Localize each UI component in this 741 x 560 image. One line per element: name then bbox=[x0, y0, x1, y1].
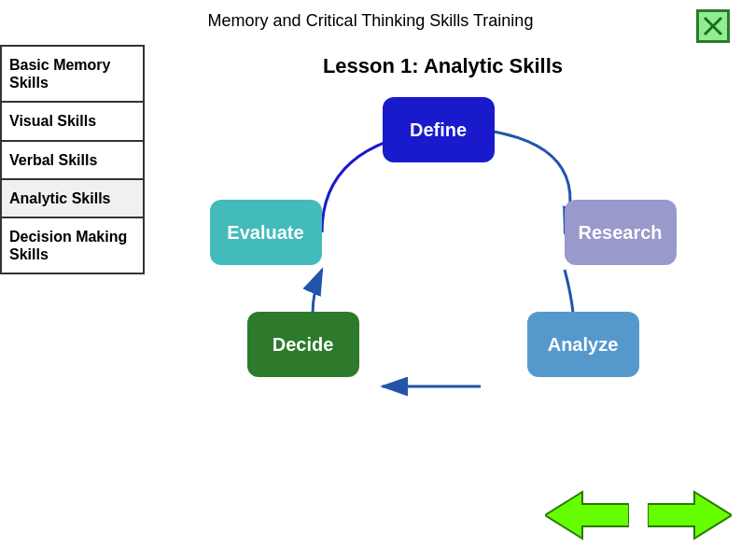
sidebar-item-decision-making[interactable]: Decision Making Skills bbox=[2, 218, 143, 273]
svg-marker-5 bbox=[648, 492, 732, 539]
nav-arrows bbox=[545, 487, 732, 543]
sidebar: Basic Memory SkillsVisual SkillsVerbal S… bbox=[0, 45, 145, 274]
close-button[interactable] bbox=[696, 9, 730, 43]
forward-button[interactable] bbox=[648, 487, 732, 543]
node-define: Define bbox=[383, 97, 495, 162]
back-button[interactable] bbox=[545, 487, 629, 543]
sidebar-item-verbal[interactable]: Verbal Skills bbox=[2, 142, 143, 180]
node-decide: Decide bbox=[247, 312, 359, 377]
main-content: Lesson 1: Analytic Skills bbox=[145, 45, 741, 560]
sidebar-item-analytic[interactable]: Analytic Skills bbox=[2, 180, 143, 218]
node-evaluate: Evaluate bbox=[210, 200, 322, 265]
node-research: Research bbox=[565, 200, 677, 265]
sidebar-item-basic-memory[interactable]: Basic Memory Skills bbox=[2, 47, 143, 103]
node-analyze: Analyze bbox=[527, 312, 639, 377]
lesson-title: Lesson 1: Analytic Skills bbox=[323, 54, 563, 78]
close-icon bbox=[702, 15, 724, 37]
page-title: Memory and Critical Thinking Skills Trai… bbox=[0, 0, 741, 36]
svg-marker-4 bbox=[545, 492, 629, 539]
sidebar-item-visual[interactable]: Visual Skills bbox=[2, 103, 143, 141]
diagram: Define Research Analyze Decide Evaluate bbox=[201, 88, 686, 461]
